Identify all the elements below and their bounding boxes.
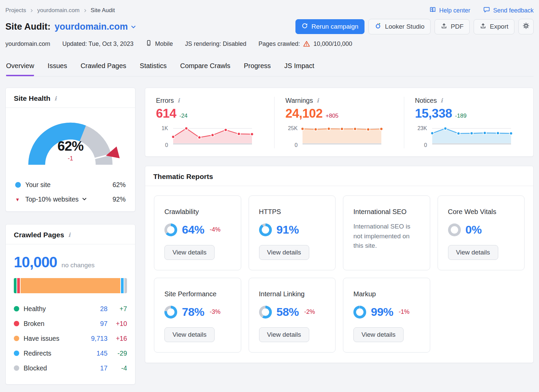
gauge-delta: -1 [20, 155, 121, 162]
crawled-pages-total: 10,000 [14, 254, 57, 271]
report-delta: -4% [210, 226, 221, 233]
send-feedback-link[interactable]: Send feedback [483, 6, 534, 15]
notices-label: Notices [415, 97, 437, 104]
view-details-button[interactable]: View details [164, 327, 215, 342]
tab-overview[interactable]: Overview [6, 60, 34, 76]
export-button[interactable]: Export [474, 19, 514, 34]
looker-studio-label: Looker Studio [385, 23, 424, 30]
site-health-card: Site Health i 62% -1 [5, 88, 135, 212]
breadcrumb-projects[interactable]: Projects [5, 7, 26, 14]
view-details-button[interactable]: View details [164, 245, 215, 260]
notices-chart [430, 125, 514, 148]
tab-js-impact[interactable]: JS Impact [284, 60, 314, 76]
legend-label: Redirects [24, 350, 82, 357]
pdf-button[interactable]: PDF [435, 19, 470, 34]
looker-studio-button[interactable]: Looker Studio [369, 19, 431, 34]
gauge-score: 62% [20, 139, 121, 154]
bar-segment-2[interactable] [21, 278, 120, 293]
report-card-crawlability: Crawlability 64% -4% View details [154, 195, 241, 270]
warnings-chart [300, 125, 384, 148]
report-title: Markup [353, 290, 420, 298]
report-card-core-web-vitals: Core Web Vitals 0% View details [438, 195, 525, 270]
book-icon [429, 6, 436, 15]
report-card-site-performance: Site Performance 78% -3% View details [154, 278, 241, 353]
domain-dropdown[interactable]: yourdomain.com [55, 22, 136, 32]
export-label: Export [490, 23, 508, 30]
crawled-pages-legend: Healthy 28 +7 Broken 97 +10 Have i [14, 301, 127, 375]
errors-count[interactable]: 614 [156, 107, 176, 121]
report-title: Internal Linking [259, 290, 325, 298]
legend-count-link[interactable]: 9,713 [82, 335, 107, 342]
view-details-button[interactable]: View details [353, 327, 404, 342]
report-title: Site Performance [164, 290, 231, 298]
top-bar: Projects yourdomain.com Site Audit Help … [5, 0, 534, 15]
header-actions: Rerun campaign Looker Studio PDF Export [295, 19, 534, 34]
y-axis-max-label: 25K [288, 125, 297, 131]
legend-count-link[interactable]: 28 [82, 305, 107, 313]
tab-issues[interactable]: Issues [47, 60, 67, 76]
report-score: 64% [182, 223, 204, 236]
overview-content: Site Health i 62% -1 [5, 88, 534, 385]
warnings-summary: Warnings i 24,102 +805 25K 0 [274, 97, 404, 148]
thematic-reports-header: Thematic Reports [145, 166, 533, 186]
site-health-gauge: 62% -1 [20, 120, 121, 172]
y-axis-min-label: 0 [424, 142, 427, 148]
meta-domain: yourdomain.com [5, 40, 50, 48]
legend-row-top10-websites[interactable]: ▼ Top-10% websites 92% [15, 195, 126, 203]
info-icon[interactable]: i [316, 98, 319, 103]
info-icon[interactable]: i [54, 96, 57, 101]
view-details-button[interactable]: View details [259, 245, 309, 260]
legend-row-blocked: Blocked 17 -4 [14, 361, 127, 375]
report-card-internal-linking: Internal Linking 58% -2% View details [249, 278, 336, 353]
site-health-title: Site Health [14, 94, 51, 102]
tab-crawled-pages[interactable]: Crawled Pages [81, 60, 126, 76]
gear-icon [522, 22, 530, 31]
bar-segment-4[interactable] [124, 278, 127, 293]
title-bar: Site Audit: yourdomain.com Rerun campaig… [5, 19, 534, 34]
errors-summary: Errors i 614 -24 1K 0 [145, 97, 274, 148]
legend-count-link[interactable]: 17 [82, 364, 107, 372]
crawled-pages-body: 10,000 no changes Healthy 28 +7 [6, 244, 135, 384]
bar-segment-3[interactable] [121, 278, 124, 293]
thematic-reports-title: Thematic Reports [153, 173, 213, 181]
crawled-pages-title: Crawled Pages [14, 231, 64, 239]
tab-compare-crawls[interactable]: Compare Crawls [180, 60, 230, 76]
view-details-button[interactable]: View details [448, 245, 498, 260]
score-donut-icon [164, 306, 177, 319]
notices-sparkline: 23K 0 [415, 125, 522, 148]
rerun-campaign-button[interactable]: Rerun campaign [295, 19, 364, 34]
legend-delta: +10 [107, 320, 127, 328]
crawled-pages-header: Crawled Pages i [6, 224, 135, 244]
info-icon[interactable]: i [67, 232, 71, 238]
tab-statistics[interactable]: Statistics [140, 60, 167, 76]
legend-count-link[interactable]: 97 [82, 320, 107, 328]
bar-segment-0[interactable] [14, 278, 17, 293]
notices-count[interactable]: 15,338 [415, 107, 452, 121]
legend-row-healthy: Healthy 28 +7 [14, 301, 127, 316]
bar-segment-1[interactable] [17, 278, 20, 293]
page-title: Site Audit: yourdomain.com [5, 22, 136, 32]
view-details-button[interactable]: View details [259, 327, 309, 342]
info-icon[interactable]: i [177, 98, 180, 103]
orange-dot-icon [14, 336, 19, 341]
info-icon[interactable]: i [440, 98, 443, 103]
thematic-reports-grid: Crawlability 64% -4% View details HTTPS … [145, 186, 533, 363]
warning-triangle-icon [303, 40, 310, 48]
score-donut-icon [353, 306, 366, 319]
legend-label: Broken [24, 320, 82, 328]
chevron-down-icon[interactable] [82, 195, 87, 203]
chevron-right-icon [29, 8, 34, 13]
tab-progress[interactable]: Progress [244, 60, 271, 76]
report-title: International SEO [353, 208, 420, 216]
report-delta: -2% [304, 308, 315, 315]
y-axis-max-label: 23K [417, 125, 427, 131]
breadcrumb-domain[interactable]: yourdomain.com [37, 7, 80, 14]
report-card-markup: Markup 99% -1% View details [343, 278, 430, 353]
breadcrumb: Projects yourdomain.com Site Audit [5, 7, 115, 14]
legend-label: Blocked [24, 364, 82, 372]
y-axis-min-label: 0 [165, 142, 168, 148]
settings-button[interactable] [518, 19, 534, 34]
help-center-link[interactable]: Help center [429, 6, 470, 15]
legend-count-link[interactable]: 145 [82, 350, 107, 357]
warnings-count[interactable]: 24,102 [285, 107, 322, 121]
